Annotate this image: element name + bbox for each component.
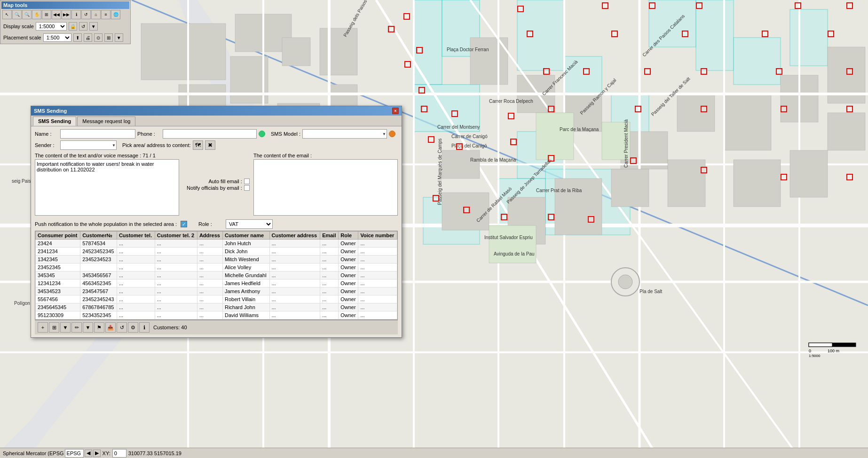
map-marker [776, 68, 782, 75]
map-marker [649, 2, 655, 9]
toolbar-refresh-btn[interactable]: ↺ [117, 322, 127, 333]
table-cell: 5234352345 [80, 311, 117, 319]
svg-rect-7 [564, 56, 602, 94]
table-row[interactable]: 23452345.........Alice Volley......Owner… [36, 264, 397, 272]
tool-layers[interactable]: ≡ [101, 10, 110, 19]
toolbar-edit-btn[interactable]: ✏ [71, 322, 82, 333]
tool-home[interactable]: ⌂ [91, 10, 101, 19]
table-row[interactable]: 556745623452345243.........Robert Villai… [36, 295, 397, 303]
toolbar-grid-btn[interactable]: ⊞ [49, 322, 59, 333]
crs-next-btn[interactable]: ▶ [93, 450, 101, 457]
notify-officials-checkbox[interactable] [244, 185, 250, 191]
col-address: Address [197, 232, 222, 240]
toolbar-info-btn[interactable]: ℹ [139, 322, 150, 333]
toolbar-flag-btn[interactable]: ⚑ [94, 322, 104, 333]
sms-model-input[interactable] [302, 129, 387, 139]
col-customer-no: Customer№ [80, 232, 117, 240]
sms-body: Name : Phone : SMS Model : ▼ Sender : ▼ … [31, 126, 402, 337]
placement-scale-more[interactable]: ▼ [115, 33, 123, 42]
name-input[interactable] [60, 129, 135, 139]
customer-table-container[interactable]: Consumer point Customer№ Customer tel. C… [35, 231, 398, 320]
notify-officials-label: Notify officials by email : [187, 185, 242, 191]
placement-scale-icon2[interactable]: 🖨 [84, 33, 92, 42]
svg-point-61 [618, 275, 632, 289]
phone-input[interactable] [163, 129, 257, 139]
tool-globe[interactable]: 🌐 [111, 10, 120, 19]
table-row[interactable]: 13423452345234523.........Mitch Westend.… [36, 256, 397, 264]
table-cell: Owner [339, 264, 358, 272]
svg-rect-12 [734, 38, 781, 85]
role-select[interactable]: VAT Owner All [226, 219, 273, 229]
table-cell: ... [155, 256, 197, 264]
pick-area-clear-icon[interactable]: ✖ [205, 140, 215, 150]
table-cell: ... [117, 256, 155, 264]
table-cell: ... [197, 272, 222, 279]
tool-next[interactable]: ▶▶ [62, 10, 71, 19]
pick-area-label: Pick area/ address to content: [122, 142, 191, 148]
toolbar-add-btn[interactable]: + [38, 322, 48, 333]
sms-close-button[interactable]: × [392, 108, 399, 114]
table-cell: Owner [339, 279, 358, 287]
xy-input[interactable] [112, 449, 126, 458]
toolbar-settings-btn[interactable]: ⚙ [128, 322, 138, 333]
tool-prev[interactable]: ◀◀ [52, 10, 61, 19]
map-marker [682, 31, 688, 37]
table-cell: ... [269, 303, 320, 311]
table-cell: Owner [339, 287, 358, 295]
placement-scale-icon1[interactable]: ⬆ [73, 33, 82, 42]
placement-scale-icon4[interactable]: ⊞ [104, 33, 113, 42]
toolbar-arrow2-btn[interactable]: ▼ [83, 322, 93, 333]
push-notification-label: Push notification to the whole populatio… [35, 221, 177, 227]
table-row[interactable]: 123412344563452345.........James Hedfiel… [36, 279, 397, 287]
table-row[interactable]: 3453453453456567.........Michelle Grunda… [36, 272, 397, 279]
map-marker [428, 136, 434, 143]
sms-model-label: SMS Model : [271, 131, 300, 137]
table-row[interactable]: 2342457874534.........John Hutch......Ow… [36, 240, 397, 248]
placement-scale-select[interactable]: 1:500 1:1000 [43, 33, 71, 42]
sender-input[interactable] [60, 140, 117, 150]
crs-selector: Spherical Mercator (EPSG ◀ ▶ [3, 449, 101, 458]
table-cell: ... [155, 295, 197, 303]
tab-message-log[interactable]: Message request log [77, 116, 135, 126]
text-content-textarea[interactable] [35, 159, 179, 216]
table-cell: ... [117, 272, 155, 279]
map-marker [644, 68, 651, 75]
table-cell: ... [320, 303, 339, 311]
sms-model-status-icon [389, 131, 395, 137]
tool-refresh[interactable]: ↺ [81, 10, 91, 19]
table-row[interactable]: 34534523234547567.........James Anthony.… [36, 287, 397, 295]
toolbar-export-btn[interactable]: 📤 [105, 322, 116, 333]
display-scale-row: Display scale 1:5000 1:2500 1:10000 🔒 ↺ … [1, 21, 129, 31]
svg-rect-31 [677, 94, 715, 132]
map-marker [451, 110, 458, 117]
role-label: Role : [198, 221, 222, 227]
tool-info[interactable]: ℹ [71, 10, 81, 19]
table-row[interactable]: 234564534567867846785.........Richard Jo… [36, 303, 397, 311]
tab-sms-sending[interactable]: SMS Sending [33, 116, 76, 126]
display-scale-refresh[interactable]: ↺ [79, 22, 87, 31]
table-cell: Owner [339, 240, 358, 248]
display-scale-lock[interactable]: 🔒 [69, 22, 77, 31]
email-content-textarea[interactable] [253, 159, 398, 216]
auto-fill-checkbox[interactable] [244, 179, 250, 184]
placement-scale-icon3[interactable]: ⊙ [94, 33, 103, 42]
table-row[interactable]: 9512303095234352345.........David Willia… [36, 311, 397, 319]
toolbar-arrow-btn[interactable]: ▼ [60, 322, 71, 333]
display-scale-select[interactable]: 1:5000 1:2500 1:10000 [36, 22, 67, 31]
svg-rect-11 [696, 0, 734, 70]
crs-prev-btn[interactable]: ◀ [85, 450, 92, 457]
push-notification-checkbox[interactable]: ✓ [181, 221, 187, 227]
tool-arrow[interactable]: ↖ [2, 10, 12, 19]
tool-zoom-out[interactable]: 🔍 [22, 10, 32, 19]
email-content-label: The content of the email : [253, 153, 398, 158]
map-marker [795, 2, 801, 9]
table-row[interactable]: 234123424523452345.........Dick John....… [36, 248, 397, 256]
tool-zoom-in[interactable]: 🔍 [12, 10, 22, 19]
table-cell: ... [197, 256, 222, 264]
table-cell: ... [320, 240, 339, 248]
crs-input[interactable] [65, 449, 84, 458]
tool-grid[interactable]: ⊞ [42, 10, 51, 19]
tool-pan[interactable]: ✋ [32, 10, 41, 19]
display-scale-more[interactable]: ▼ [89, 22, 98, 31]
pick-area-map-icon[interactable]: 🗺 [193, 140, 203, 150]
